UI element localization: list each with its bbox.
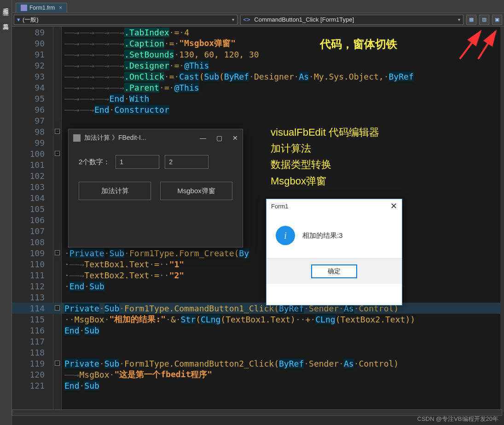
member-combo[interactable]: <> CommandButton1_Click [Form1Type] ▾	[240, 15, 464, 25]
scope-combo[interactable]: ▾(一般) ▾	[14, 15, 238, 25]
fold-icon[interactable]: −	[55, 151, 60, 156]
method-icon: <>	[243, 16, 250, 23]
message-box: Form1 ✕ i 相加的结果:3 确定	[266, 199, 402, 305]
view-designer-button[interactable]: ▣	[492, 15, 502, 25]
view-code-button[interactable]: ▦	[466, 15, 476, 25]
input-label: 2个数字：	[79, 158, 110, 167]
close-icon[interactable]: ✕	[232, 134, 238, 142]
close-icon[interactable]: ×	[59, 5, 62, 11]
window-titlebar[interactable]: 加法计算 》FBedit-I... — ▢ ✕	[69, 129, 243, 147]
annotation-top: 代码，窗体切铁	[320, 37, 397, 52]
minimize-icon[interactable]: —	[200, 134, 206, 142]
dropdown-icon: ▾	[17, 16, 20, 23]
vertical-scrollbar[interactable]	[500, 27, 504, 412]
svg-line-1	[478, 31, 496, 59]
combo-bar: ▾(一般) ▾ <> CommandButton1_Click [Form1Ty…	[12, 13, 504, 27]
view-split-button[interactable]: ▥	[479, 15, 489, 25]
chevron-down-icon: ▾	[458, 17, 460, 22]
msgbox-titlebar[interactable]: Form1 ✕	[266, 199, 402, 213]
tab-label: Form1.frm	[29, 5, 55, 11]
fold-icon[interactable]: −	[55, 361, 60, 366]
line-gutter: 89 90 91 92 93 94 95 96 97 98− 99 100− 1…	[12, 27, 62, 412]
tab-form1[interactable]: Form1.frm ×	[16, 3, 67, 12]
vertical-toolbar: 工程 工程 工具箱	[0, 0, 12, 425]
fold-icon[interactable]: −	[55, 250, 60, 255]
msgbox-title: Form1	[271, 203, 289, 210]
number2-input[interactable]	[165, 155, 209, 169]
watermark: CSDN @专注VB编程开发20年	[417, 415, 498, 423]
app-window-calculator: 加法计算 》FBedit-I... — ▢ ✕ 2个数字： 加法计算 Msgbo…	[68, 129, 243, 247]
svg-line-0	[460, 31, 481, 59]
annotation-arrows	[446, 27, 501, 63]
close-icon[interactable]: ✕	[390, 201, 397, 211]
calculate-button[interactable]: 加法计算	[79, 182, 151, 200]
msgbox-button[interactable]: Msgbox弹窗	[160, 182, 232, 200]
ok-button[interactable]: 确定	[311, 264, 357, 278]
maximize-icon[interactable]: ▢	[216, 134, 222, 142]
app-icon	[73, 134, 81, 142]
msgbox-text: 相加的结果:3	[302, 231, 343, 240]
form-icon	[21, 5, 27, 11]
fold-icon[interactable]: −	[55, 305, 60, 310]
fold-icon[interactable]: −	[55, 129, 60, 134]
window-title: 加法计算 》FBedit-I...	[84, 134, 146, 142]
tab-bar: Form1.frm ×	[12, 0, 504, 13]
annotation-list: visualFbEdit 代码编辑器 加计算法 数据类型转换 Msgbox弹窗	[271, 124, 379, 189]
number1-input[interactable]	[116, 155, 159, 169]
info-icon: i	[276, 226, 295, 245]
chevron-down-icon: ▾	[232, 17, 234, 22]
project-panel-tab[interactable]: 工程 工程	[2, 4, 10, 6]
